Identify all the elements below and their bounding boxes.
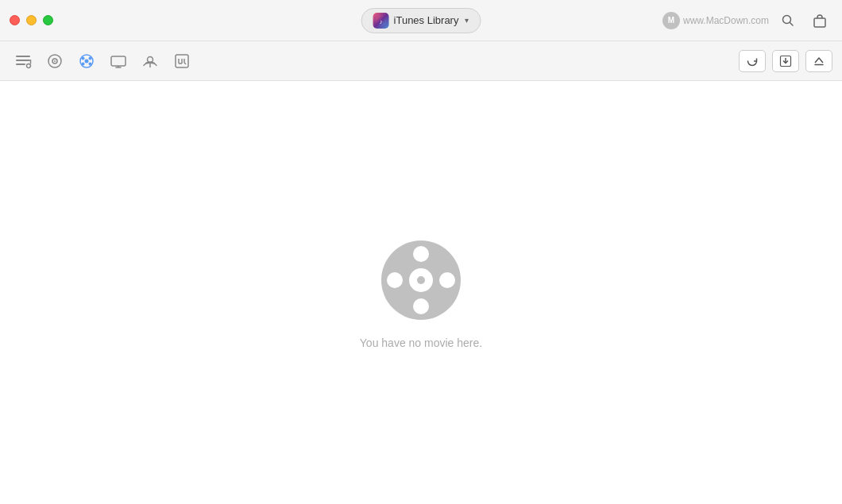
watermark-logo: M: [662, 12, 680, 29]
bag-icon: [813, 13, 827, 28]
minimize-button[interactable]: [26, 15, 37, 25]
svg-rect-6: [16, 60, 30, 61]
podcasts-icon: [141, 52, 159, 70]
title-right: M www.MacDown.com: [662, 10, 832, 32]
library-selector[interactable]: ♪ iTunes Library ▾: [361, 8, 481, 33]
itunes-u-icon: [173, 52, 191, 70]
main-content: You have no movie here.: [0, 81, 842, 504]
toolbar: [0, 41, 842, 81]
search-button[interactable]: [775, 10, 801, 32]
title-center: ♪ iTunes Library ▾: [361, 8, 481, 33]
tv-icon: [110, 52, 127, 70]
movies-icon: [78, 52, 95, 70]
maximize-button[interactable]: [43, 15, 53, 25]
chevron-down-icon: ▾: [465, 16, 469, 25]
svg-point-35: [413, 246, 429, 262]
empty-state-text: You have no movie here.: [360, 337, 482, 349]
itunes-icon: ♪: [373, 13, 389, 29]
nav-icons: [10, 48, 195, 75]
nav-songs-button[interactable]: [10, 48, 37, 75]
svg-point-14: [82, 56, 85, 60]
title-bar: ♪ iTunes Library ▾ M www.MacDown.com: [0, 0, 842, 41]
svg-rect-5: [16, 56, 30, 57]
nav-itunes-u-button[interactable]: [168, 48, 195, 75]
svg-line-3: [790, 22, 794, 25]
svg-rect-4: [814, 18, 825, 27]
toolbar-right: [739, 50, 832, 72]
export-button[interactable]: [772, 50, 799, 72]
songs-icon: [14, 52, 32, 70]
svg-point-38: [439, 272, 455, 288]
artists-icon: [46, 52, 64, 70]
export-icon: [779, 55, 792, 67]
svg-point-12: [54, 60, 56, 62]
nav-movies-button[interactable]: [73, 48, 100, 75]
svg-rect-7: [16, 63, 25, 65]
svg-point-16: [82, 62, 85, 65]
svg-rect-19: [111, 56, 126, 66]
bag-button[interactable]: [807, 10, 832, 32]
watermark: M www.MacDown.com: [662, 12, 769, 29]
eject-button[interactable]: [805, 50, 832, 72]
svg-point-17: [89, 62, 92, 65]
search-icon: [782, 14, 794, 27]
watermark-text: www.MacDown.com: [683, 15, 769, 26]
close-button[interactable]: [10, 15, 20, 25]
nav-tv-button[interactable]: [105, 48, 132, 75]
svg-point-39: [417, 276, 425, 284]
film-reel-icon: [377, 237, 465, 324]
svg-point-37: [387, 272, 403, 288]
library-label: iTunes Library: [394, 14, 459, 26]
svg-point-18: [85, 59, 89, 63]
refresh-icon: [746, 55, 759, 67]
svg-point-15: [89, 56, 92, 60]
nav-artists-button[interactable]: [41, 48, 68, 75]
svg-text:♪: ♪: [380, 17, 383, 25]
refresh-button[interactable]: [739, 50, 766, 72]
svg-line-29: [184, 63, 186, 64]
svg-point-8: [27, 63, 31, 67]
empty-state: You have no movie here.: [360, 237, 482, 349]
svg-point-36: [413, 298, 429, 314]
eject-icon: [813, 55, 825, 67]
window-controls: [10, 15, 53, 25]
nav-podcasts-button[interactable]: [137, 48, 164, 75]
